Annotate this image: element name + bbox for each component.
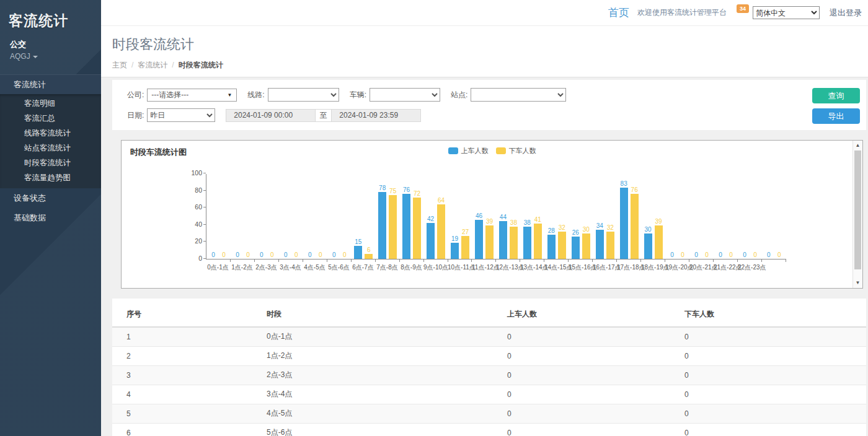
bar-group: 3432 xyxy=(593,174,617,259)
bar xyxy=(402,194,410,259)
y-axis-tick-label: 60 xyxy=(180,203,202,211)
bar-value-label: 38 xyxy=(524,219,531,226)
home-link[interactable]: 首页 xyxy=(608,6,629,20)
user-dropdown[interactable]: AQGJ xyxy=(0,50,101,69)
station-select[interactable] xyxy=(471,88,566,102)
bar-value-label: 0 xyxy=(777,251,781,258)
bar xyxy=(606,232,614,259)
bar-value-label: 34 xyxy=(596,222,603,229)
sidebar-subitem[interactable]: 客流汇总 xyxy=(0,111,101,126)
sidebar-section-device-status[interactable]: 设备状态 xyxy=(0,188,101,208)
bar-value-label: 27 xyxy=(462,229,469,235)
y-axis-tick-label: 40 xyxy=(180,220,202,228)
bar-column: 0 xyxy=(219,251,228,259)
table-cell: 3 xyxy=(112,366,267,385)
scroll-up-arrow-icon[interactable]: ▲ xyxy=(853,141,862,150)
bar-value-label: 32 xyxy=(607,224,614,231)
bar-value-label: 46 xyxy=(476,212,482,219)
bar-column: 0 xyxy=(678,251,687,259)
bar-group: 00 xyxy=(738,174,762,259)
export-button[interactable]: 导出 xyxy=(812,108,860,124)
col-header-alight: 下车人数 xyxy=(684,303,866,327)
bar-column: 0 xyxy=(233,251,242,259)
bar-column: 0 xyxy=(668,251,676,259)
bar-value-label: 0 xyxy=(211,251,215,258)
legend-item[interactable]: 下车人数 xyxy=(496,146,536,155)
sidebar-section-passenger-stats[interactable]: 客流统计 xyxy=(0,74,101,94)
scroll-down-arrow-icon[interactable]: ▼ xyxy=(853,279,862,287)
bar-column: 32 xyxy=(557,224,566,259)
app-logo: 客流统计 xyxy=(0,0,101,30)
table-cell: 0 xyxy=(684,366,866,385)
sidebar-subitem[interactable]: 客流明细 xyxy=(0,96,101,111)
bar xyxy=(389,195,397,259)
bar-value-label: 30 xyxy=(645,226,652,233)
sidebar-subitem[interactable]: 站点客流统计 xyxy=(0,141,101,155)
date-to-input[interactable] xyxy=(332,109,421,122)
col-header-period: 时段 xyxy=(267,303,507,327)
y-axis-tick xyxy=(203,241,206,242)
legend-label: 下车人数 xyxy=(509,146,536,155)
bar-value-label: 0 xyxy=(743,251,746,258)
scrollbar-thumb[interactable] xyxy=(854,150,861,269)
table-cell: 0 xyxy=(684,424,866,436)
bar-group: 8376 xyxy=(617,174,641,259)
date-from-input[interactable] xyxy=(226,109,315,122)
bar-value-label: 0 xyxy=(319,251,322,258)
bar-value-label: 26 xyxy=(572,229,579,236)
bar-value-label: 0 xyxy=(222,251,226,258)
legend-swatch xyxy=(496,147,506,154)
table-cell: 0 xyxy=(684,385,866,404)
sidebar-subitem[interactable]: 线路客流统计 xyxy=(0,126,101,141)
bar-value-label: 0 xyxy=(246,251,250,258)
bar-group: 4639 xyxy=(472,174,496,259)
table-cell: 0 xyxy=(507,327,684,347)
y-axis-tick-label: 100 xyxy=(180,169,202,177)
bar-value-label: 0 xyxy=(294,251,298,258)
bar xyxy=(596,230,604,259)
y-axis-tick-label: 20 xyxy=(180,237,202,245)
vehicle-select[interactable] xyxy=(370,88,440,102)
bar-column: 0 xyxy=(764,251,773,259)
bar-value-label: 76 xyxy=(631,186,638,193)
bar xyxy=(354,246,362,259)
bar-column: 44 xyxy=(498,214,507,259)
line-select[interactable] xyxy=(268,88,339,102)
bar-value-label: 15 xyxy=(355,238,361,245)
bar-column: 42 xyxy=(427,216,435,259)
logout-link[interactable]: 退出登录 xyxy=(830,7,862,19)
language-select[interactable]: 简体中文 xyxy=(753,6,820,19)
bar xyxy=(547,235,556,259)
table-cell: 0 xyxy=(507,385,684,404)
sidebar-subitem[interactable]: 客流量趋势图 xyxy=(0,170,101,185)
bar-column: 0 xyxy=(268,251,277,259)
filter-row-1: 公司: ---请选择--- 线路: 车辆: 站点: xyxy=(127,88,804,102)
table-cell: 6 xyxy=(112,424,267,436)
company-select[interactable]: ---请选择--- xyxy=(147,89,237,102)
sidebar-submenu: 客流明细客流汇总线路客流统计站点客流统计时段客流统计客流量趋势图 xyxy=(0,94,101,188)
user-name: AQGJ xyxy=(10,52,30,61)
breadcrumb-home[interactable]: 主页 xyxy=(112,61,127,69)
main-area: 首页 欢迎使用客流统计管理平台 34 简体中文 退出登录 时段客流统计 主页客流… xyxy=(101,0,868,436)
table-row: 32点-3点00 xyxy=(112,366,866,385)
table-cell: 3点-4点 xyxy=(267,385,507,404)
y-axis-tick-label: 80 xyxy=(180,186,202,194)
sidebar-section-base-data[interactable]: 基础数据 xyxy=(0,208,101,228)
bar-value-label: 0 xyxy=(705,251,709,258)
bar-column: 6 xyxy=(365,246,373,259)
table-cell: 1 xyxy=(112,327,267,347)
date-preset-select[interactable]: 昨日 xyxy=(147,108,215,122)
breadcrumb-parent[interactable]: 客流统计 xyxy=(138,61,167,69)
bar-value-label: 64 xyxy=(438,197,445,204)
sidebar-subitem[interactable]: 时段客流统计 xyxy=(0,155,101,170)
bar-group: 00 xyxy=(327,174,352,259)
legend-item[interactable]: 上车人数 xyxy=(448,146,489,155)
bar-group: 00 xyxy=(231,174,255,259)
x-axis-tick-label: 15点-16点 xyxy=(569,263,593,272)
bar-column: 0 xyxy=(316,251,325,259)
query-button[interactable]: 查询 xyxy=(812,88,860,103)
bar xyxy=(427,223,435,259)
chart-scrollbar[interactable]: ▲ ▼ xyxy=(852,141,862,288)
bar-column: 0 xyxy=(330,251,339,259)
station-label: 站点: xyxy=(451,90,467,100)
